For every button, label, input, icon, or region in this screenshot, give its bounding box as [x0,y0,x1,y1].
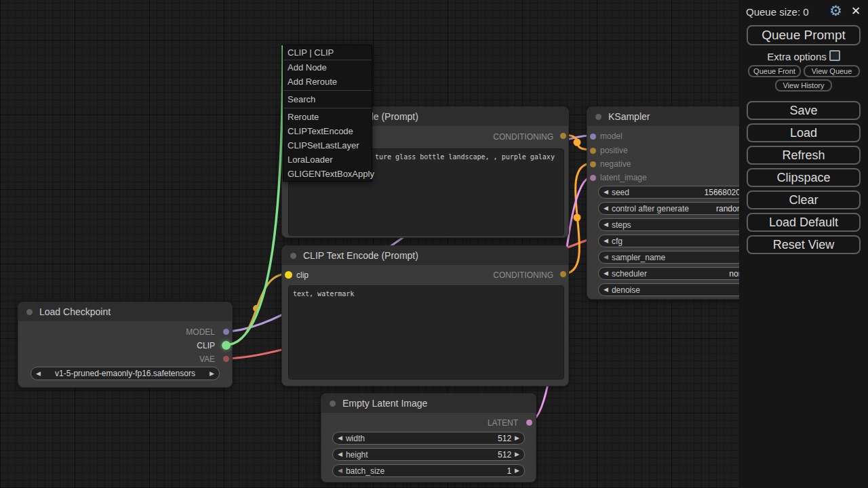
model-output-slot[interactable] [223,329,229,335]
denoise-widget[interactable]: ◀ denoise [598,283,763,296]
node-title-bar[interactable]: Empty Latent Image [321,394,536,413]
node-title: Load Checkpoint [39,306,111,317]
node-clip-text-encode-negative[interactable]: CLIP Text Encode (Prompt) clip CONDITION… [281,245,569,386]
widget-label: cfg [612,237,623,246]
node-title: CLIP Text Encode (Prompt) [303,250,418,261]
node-title: Empty Latent Image [342,398,427,409]
model-input-slot[interactable] [590,134,596,140]
increment-arrow-icon[interactable]: ▶ [515,448,519,461]
collapse-dot-icon[interactable] [330,401,336,407]
batch-size-widget[interactable]: ◀ batch_size 1 ▶ [332,464,525,477]
wire-conditioning-negative-dot[interactable] [574,214,581,222]
clip-input-slot-highlighted[interactable] [285,271,292,279]
node-title-bar[interactable]: CLIP Text Encode (Prompt) [282,246,568,265]
view-history-button[interactable]: View History [775,79,832,92]
menu-item-reroute[interactable]: Reroute [283,110,372,124]
wire-conditioning-positive-dot[interactable] [574,139,581,146]
conditioning-output-label: CONDITIONING [493,132,553,142]
load-button[interactable]: Load [747,123,861,142]
latent-output-slot[interactable] [526,420,532,426]
latent-image-input-slot[interactable] [590,175,596,181]
menu-separator [283,108,372,108]
vae-output-label: VAE [199,354,215,364]
menu-separator [283,90,372,91]
menu-item-gligentextboxapply[interactable]: GLIGENTextBoxApply [283,167,372,181]
decrement-arrow-icon[interactable]: ◀ [604,283,608,296]
menu-item-clipsetlastlayer[interactable]: CLIPSetLastLayer [283,138,372,152]
ckpt-name-combo[interactable]: ◀ v1-5-pruned-emaonly-fp16.safetensors ▶ [31,367,220,380]
collapse-dot-icon[interactable] [26,309,33,315]
menu-item-cliptextencode[interactable]: CLIPTextEncode [283,124,372,138]
sampler-name-widget[interactable]: ◀ sampler_name [598,251,763,264]
vae-output-slot[interactable] [223,356,229,362]
save-button[interactable]: Save [747,101,861,120]
decrement-arrow-icon[interactable]: ◀ [604,251,608,264]
refresh-button[interactable]: Refresh [747,146,861,165]
menu-item-loraloader[interactable]: LoraLoader [283,152,372,167]
clear-button[interactable]: Clear [747,190,861,209]
extra-options-label: Extra options [767,51,827,62]
conditioning-output-slot[interactable] [560,133,566,139]
extra-options-checkbox[interactable] [829,50,840,61]
next-arrow-icon[interactable]: ▶ [210,367,214,380]
node-title-bar[interactable]: Load Checkpoint [18,302,232,321]
clip-input-label: clip [296,270,309,280]
decrement-arrow-icon[interactable]: ◀ [604,218,608,231]
load-default-button[interactable]: Load Default [747,213,861,232]
prev-arrow-icon[interactable]: ◀ [36,367,41,380]
prompt-textarea[interactable]: text, watermark [288,285,564,380]
increment-arrow-icon[interactable]: ▶ [515,432,519,445]
model-input-label: model [600,131,623,141]
gear-icon[interactable]: ⚙ [829,3,842,19]
reset-view-button[interactable]: Reset View [747,235,861,254]
clip-output-slot-highlighted[interactable] [222,341,231,350]
conditioning-output-slot[interactable] [560,271,566,277]
decrement-arrow-icon[interactable]: ◀ [604,235,608,247]
widget-value: 512 [498,450,511,460]
widget-label: seed [612,188,629,197]
queue-front-button[interactable]: Queue Front [748,65,801,77]
collapse-dot-icon[interactable] [595,114,601,120]
clip-output-label: CLIP [197,341,215,350]
widget-label: height [346,450,368,460]
cfg-widget[interactable]: ◀ cfg [598,235,763,247]
menu-item-add-reroute[interactable]: Add Reroute [283,75,372,89]
collapse-dot-icon[interactable] [290,253,296,259]
latent-image-input-label: latent_image [600,173,647,182]
widget-label: denoise [612,285,640,295]
wire-clip-dragging[interactable] [225,45,283,345]
clipspace-button[interactable]: Clipspace [747,168,861,187]
scheduler-widget[interactable]: ◀ scheduler normal [598,267,763,280]
increment-arrow-icon[interactable]: ▶ [515,464,519,477]
menu-item-add-node[interactable]: Add Node [283,60,372,75]
decrement-arrow-icon[interactable]: ◀ [604,267,608,280]
model-output-label: MODEL [186,327,215,337]
view-queue-button[interactable]: View Queue [804,65,860,77]
link-release-context-menu: CLIP | CLIP Add Node Add Reroute Search … [283,45,372,182]
control-after-generate-widget[interactable]: ◀ control after generate randomize [598,202,763,215]
context-menu-header: CLIP | CLIP [283,45,372,60]
steps-widget[interactable]: ◀ steps [598,218,763,231]
widget-label: batch_size [346,466,384,476]
height-widget[interactable]: ◀ height 512 ▶ [332,448,525,461]
node-load-checkpoint[interactable]: Load Checkpoint MODEL CLIP VAE ◀ v1-5-pr… [18,302,233,388]
decrement-arrow-icon[interactable]: ◀ [338,448,342,461]
node-empty-latent-image[interactable]: Empty Latent Image LATENT ◀ width 512 ▶ … [321,393,536,483]
decrement-arrow-icon[interactable]: ◀ [604,186,608,199]
comfy-menu-panel: Queue size: 0 ⚙ ✕ Queue Prompt Extra opt… [739,0,868,488]
decrement-arrow-icon[interactable]: ◀ [338,432,342,445]
width-widget[interactable]: ◀ width 512 ▶ [332,432,525,445]
wire-clip-to-negative-prompt[interactable] [225,274,288,345]
seed-widget[interactable]: ◀ seed 15668020878 [598,186,763,199]
close-icon[interactable]: ✕ [851,4,861,18]
decrement-arrow-icon[interactable]: ◀ [604,202,608,215]
wire-clip-midpoint-dot[interactable] [253,305,260,312]
positive-input-slot[interactable] [590,148,596,154]
negative-input-label: negative [600,159,631,169]
menu-item-search[interactable]: Search [283,92,372,106]
widget-value: 512 [498,434,511,443]
conditioning-output-label: CONDITIONING [493,270,553,280]
decrement-arrow-icon[interactable]: ◀ [338,464,342,477]
negative-input-slot[interactable] [590,161,596,167]
queue-prompt-button[interactable]: Queue Prompt [747,25,861,45]
